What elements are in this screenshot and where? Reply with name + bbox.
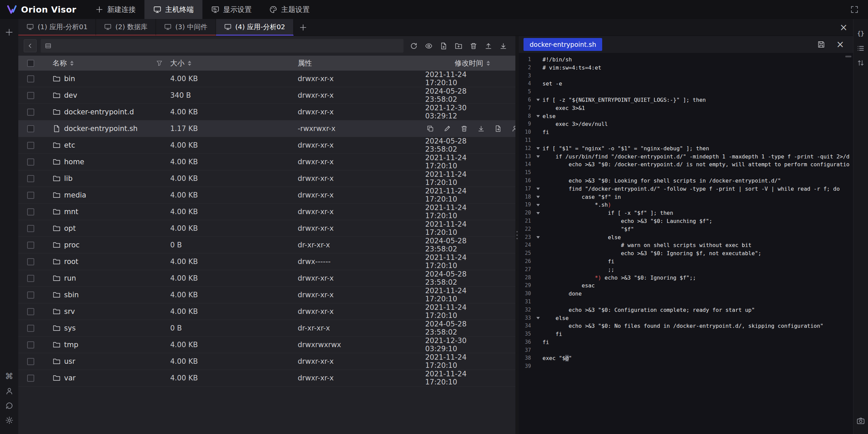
terminal-tab-4[interactable]: (4) 应用-分析02 <box>216 19 294 36</box>
panel-resizer[interactable] <box>515 36 519 434</box>
row-checkbox[interactable] <box>27 142 34 149</box>
column-header-size[interactable]: 大小 <box>170 56 298 71</box>
command-button[interactable]: ⌘ <box>3 370 15 382</box>
code-editor[interactable]: 1#!/bin/sh2# vim:sw=4:ts=4:et34set -e56i… <box>519 53 853 434</box>
fold-chevron-icon[interactable] <box>534 112 542 120</box>
table-row[interactable]: opt4.00 KBdrwxr-xr-x2021-11-24 17:20:10 <box>18 220 515 237</box>
menu-item-host-terminal[interactable]: 主机终端 <box>144 0 202 19</box>
camera-button[interactable] <box>855 415 867 427</box>
table-row[interactable]: sbin4.00 KBdrwxr-xr-x2021-11-24 17:20:10 <box>18 287 515 303</box>
menu-item-theme-settings[interactable]: 主题设置 <box>260 0 318 19</box>
sort-icon[interactable] <box>487 61 490 66</box>
table-row[interactable]: run4.00 KBdrwxr-xr-x2024-05-28 23:58:02 <box>18 270 515 287</box>
close-editor-button[interactable]: × <box>834 38 846 51</box>
row-checkbox[interactable] <box>27 325 34 332</box>
fold-chevron-icon[interactable] <box>534 233 542 242</box>
row-checkbox[interactable] <box>27 308 34 315</box>
row-checkbox[interactable] <box>27 109 34 116</box>
row-checkbox[interactable] <box>27 275 34 282</box>
table-row[interactable]: bin4.00 KBdrwxr-xr-x2021-11-24 17:20:10 <box>18 71 515 87</box>
swap-button[interactable] <box>855 57 867 69</box>
trash-button[interactable] <box>467 40 479 52</box>
row-checkbox[interactable] <box>27 358 34 365</box>
row-checkbox[interactable] <box>27 75 34 82</box>
edit-button[interactable] <box>442 124 452 134</box>
filter-icon[interactable] <box>156 60 163 67</box>
row-size: 4.00 KB <box>170 291 198 299</box>
row-attr: dr-xr-xr-x <box>298 324 330 332</box>
row-checkbox[interactable] <box>27 258 34 265</box>
trash-button[interactable] <box>459 124 469 134</box>
table-row[interactable]: tmp4.00 KBdrwxrwxrwx2021-12-30 03:29:10 <box>18 337 515 353</box>
fold-chevron-icon[interactable] <box>534 209 542 217</box>
upload-button[interactable] <box>482 40 494 52</box>
fullscreen-button[interactable] <box>848 3 861 16</box>
fold-chevron-icon[interactable] <box>534 185 542 193</box>
column-header-mtime[interactable]: 修改时间 <box>425 56 515 71</box>
path-input[interactable] <box>55 42 399 50</box>
row-checkbox[interactable] <box>27 242 34 249</box>
table-row[interactable]: proc0 Bdr-xr-xr-x2024-05-28 23:58:02 <box>18 237 515 253</box>
table-row[interactable]: root4.00 KBdrwx------2021-11-24 17:20:10 <box>18 253 515 270</box>
transfer-button[interactable] <box>493 124 503 134</box>
row-checkbox[interactable] <box>27 125 34 132</box>
row-checkbox[interactable] <box>27 341 34 348</box>
file-plus-button[interactable] <box>437 40 450 52</box>
save-button[interactable] <box>815 38 827 51</box>
plus-button[interactable] <box>3 26 15 38</box>
editor-scrollbar[interactable] <box>845 56 851 57</box>
fold-chevron-icon[interactable] <box>534 153 542 161</box>
row-checkbox[interactable] <box>27 175 34 182</box>
table-row[interactable]: srv4.00 KBdrwxr-xr-x2021-11-24 17:20:10 <box>18 303 515 320</box>
table-row[interactable]: usr4.00 KBdrwxr-xr-x2021-11-24 17:20:10 <box>18 353 515 370</box>
table-row[interactable]: lib4.00 KBdrwxr-xr-x2021-11-24 17:20:10 <box>18 170 515 187</box>
table-row[interactable]: media4.00 KBdrwxr-xr-x2021-11-24 17:20:1… <box>18 187 515 204</box>
table-row[interactable]: docker-entrypoint.d4.00 KBdrwxr-xr-x2021… <box>18 104 515 120</box>
close-tabbar-button[interactable]: × <box>834 19 853 36</box>
fold-chevron-icon[interactable] <box>534 193 542 201</box>
menu-item-display-settings[interactable]: 显示设置 <box>202 0 260 19</box>
row-checkbox[interactable] <box>27 291 34 299</box>
sync-button[interactable] <box>3 399 15 412</box>
fold-chevron-icon[interactable] <box>534 145 542 153</box>
download-button[interactable] <box>497 40 509 52</box>
row-checkbox[interactable] <box>27 192 34 199</box>
select-all-checkbox[interactable] <box>27 60 34 67</box>
braces-button[interactable]: {} <box>855 27 867 40</box>
sort-icon[interactable] <box>70 61 74 66</box>
row-checkbox[interactable] <box>27 225 34 232</box>
terminal-tab-2[interactable]: (2) 数据库 <box>96 19 156 36</box>
terminal-tab-3[interactable]: (3) 中间件 <box>156 19 216 36</box>
sort-icon[interactable] <box>188 61 191 66</box>
fold-chevron-icon[interactable] <box>534 314 542 322</box>
back-button[interactable] <box>24 39 37 52</box>
terminal-tab-1[interactable]: (1) 应用-分析01 <box>18 19 96 36</box>
table-row[interactable]: etc4.00 KBdrwxr-xr-x2024-05-28 23:58:02 <box>18 137 515 154</box>
table-row[interactable]: mnt4.00 KBdrwxr-xr-x2021-11-24 17:20:10 <box>18 204 515 220</box>
column-header-name[interactable]: 名称 <box>43 56 170 71</box>
user-button[interactable] <box>3 385 15 397</box>
row-checkbox[interactable] <box>27 158 34 166</box>
table-row[interactable]: var4.00 KBdrwxr-xr-x2021-11-24 17:20:10 <box>18 370 515 386</box>
table-row[interactable]: sys0 Bdr-xr-xr-x2024-05-28 23:58:02 <box>18 320 515 337</box>
table-row[interactable]: home4.00 KBdrwxr-xr-x2021-11-24 17:20:10 <box>18 154 515 170</box>
table-row[interactable]: docker-entrypoint.sh1.17 KB-rwxrwxr-x <box>18 120 515 137</box>
row-checkbox[interactable] <box>27 208 34 215</box>
download-button[interactable] <box>476 124 486 134</box>
eye-button[interactable] <box>422 40 435 52</box>
gear-button[interactable] <box>3 414 15 426</box>
copy-button[interactable] <box>425 124 435 134</box>
refresh-button[interactable] <box>408 40 420 52</box>
table-row[interactable]: dev340 Bdrwxr-xr-x2024-05-28 23:58:02 <box>18 87 515 104</box>
brand[interactable]: Orion Visor <box>0 5 86 15</box>
fold-chevron-icon[interactable] <box>534 201 542 209</box>
editor-tab[interactable]: docker-entrypoint.sh <box>524 38 602 51</box>
menu-item-new-connection[interactable]: 新建连接 <box>86 0 144 19</box>
fold-chevron-icon[interactable] <box>534 96 542 104</box>
row-checkbox[interactable] <box>27 92 34 99</box>
row-checkbox[interactable] <box>27 375 34 382</box>
folder-plus-button[interactable] <box>452 40 465 52</box>
new-tab-button[interactable] <box>294 19 313 36</box>
outline-button[interactable] <box>855 42 867 54</box>
chmod-button[interactable] <box>510 124 515 134</box>
